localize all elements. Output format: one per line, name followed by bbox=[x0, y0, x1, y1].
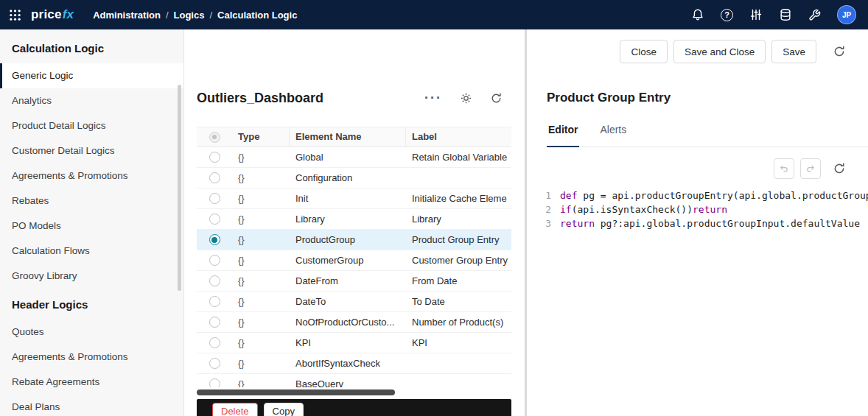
code-text: return pg?:api.global.productGroupInput.… bbox=[560, 216, 860, 230]
element-table: Type Element Name Label {}GlobalRetain G… bbox=[197, 127, 511, 387]
table-row[interactable]: {}LibraryLibrary bbox=[197, 209, 511, 230]
cell-element-name: Init bbox=[290, 188, 406, 209]
more-actions-icon[interactable]: ··· bbox=[424, 94, 442, 102]
select-all-radio[interactable] bbox=[209, 132, 220, 143]
sidebar-scrollbar-thumb[interactable] bbox=[178, 85, 181, 291]
cell-type: {} bbox=[232, 333, 290, 353]
sidebar-item-analytics[interactable]: Analytics bbox=[0, 88, 183, 113]
row-radio[interactable] bbox=[209, 317, 220, 328]
cell-type: {} bbox=[232, 271, 290, 292]
row-radio[interactable] bbox=[209, 214, 220, 225]
user-avatar[interactable]: JP bbox=[837, 5, 856, 24]
sliders-icon[interactable] bbox=[749, 8, 763, 21]
table-row[interactable]: {}DateToTo Date bbox=[197, 292, 511, 312]
horizontal-scrollbar-thumb[interactable] bbox=[197, 389, 395, 395]
redo-icon[interactable] bbox=[800, 158, 821, 179]
logic-name-title: Outliers_Dashboard bbox=[197, 90, 323, 106]
sidebar-item-product-detail-logics[interactable]: Product Detail Logics bbox=[0, 113, 183, 138]
table-row[interactable]: {}KPIKPI bbox=[197, 333, 511, 353]
radio-cell bbox=[197, 333, 232, 353]
cell-label: Customer Group Entry bbox=[406, 250, 511, 271]
table-row[interactable]: {}AbortIfSyntaxCheck bbox=[197, 353, 511, 374]
element-detail-panel: Close Save and Close Save Product Group … bbox=[527, 29, 868, 416]
column-header-type: Type bbox=[232, 127, 290, 147]
table-row[interactable]: {}ProductGroupProduct Group Entry bbox=[197, 230, 511, 250]
breadcrumb-logics[interactable]: Logics bbox=[174, 10, 205, 21]
settings-gear-icon[interactable] bbox=[460, 92, 472, 105]
table-row[interactable]: {}DateFromFrom Date bbox=[197, 271, 511, 292]
row-radio[interactable] bbox=[209, 152, 220, 163]
help-icon[interactable]: ? bbox=[721, 9, 733, 21]
sidebar-item-agreements-promotions[interactable]: Agreements & Promotions bbox=[0, 163, 183, 188]
cell-element-name: KPI bbox=[290, 333, 406, 353]
row-radio[interactable] bbox=[209, 296, 220, 307]
cell-type: {} bbox=[232, 230, 290, 250]
tab-editor[interactable]: Editor bbox=[547, 123, 579, 147]
table-row[interactable]: {}GlobalRetain Global Variable bbox=[197, 147, 511, 168]
row-radio[interactable] bbox=[209, 358, 220, 369]
sidebar-item-rebates[interactable]: Rebates bbox=[0, 188, 183, 214]
row-radio[interactable] bbox=[209, 172, 220, 183]
save-button[interactable]: Save bbox=[771, 40, 816, 63]
code-token: (api.isSyntaxCheck()) bbox=[572, 204, 693, 215]
cell-label bbox=[406, 168, 511, 188]
table-row[interactable]: {}BaseQuery bbox=[197, 374, 511, 387]
tab-alerts[interactable]: Alerts bbox=[598, 123, 628, 147]
radio-cell bbox=[197, 188, 232, 209]
radio-cell bbox=[197, 230, 232, 250]
sidebar-item-quotes[interactable]: Quotes bbox=[0, 320, 183, 345]
sidebar-item-rebate-agreements[interactable]: Rebate Agreements bbox=[0, 370, 183, 395]
cell-type: {} bbox=[232, 312, 290, 333]
row-radio[interactable] bbox=[209, 275, 220, 286]
sidebar-item-deal-plans[interactable]: Deal Plans bbox=[0, 395, 183, 416]
sidebar-item-calculation-flows[interactable]: Calculation Flows bbox=[0, 239, 183, 264]
breadcrumb-administration[interactable]: Administration bbox=[93, 10, 161, 21]
wrench-icon[interactable] bbox=[808, 9, 821, 21]
list-panel-header: Outliers_Dashboard ··· bbox=[197, 81, 511, 115]
undo-icon[interactable] bbox=[774, 158, 794, 179]
cell-type: {} bbox=[232, 374, 290, 388]
cell-type: {} bbox=[232, 209, 290, 230]
table-row[interactable]: {}NoOfProductOrCusto...Number of Product… bbox=[197, 312, 511, 333]
bell-icon[interactable] bbox=[691, 8, 704, 21]
refresh-icon[interactable] bbox=[833, 162, 846, 175]
logo-fx: fx bbox=[63, 7, 74, 21]
save-and-close-button[interactable]: Save and Close bbox=[673, 40, 766, 63]
code-editor[interactable]: 1def pg = api.productGroupEntry(api.glob… bbox=[541, 188, 868, 230]
row-radio[interactable] bbox=[209, 255, 220, 266]
database-icon[interactable] bbox=[779, 8, 792, 21]
sidebar-item-agreements-promotions[interactable]: Agreements & Promotions bbox=[0, 345, 183, 370]
top-navigation-bar: pricefx Administration / Logics / Calcul… bbox=[0, 0, 868, 29]
apps-grid-icon[interactable] bbox=[9, 9, 21, 21]
cell-label: To Date bbox=[406, 292, 511, 312]
column-header-element-name: Element Name bbox=[290, 127, 406, 147]
row-radio[interactable] bbox=[209, 234, 220, 245]
refresh-icon[interactable] bbox=[833, 45, 846, 58]
code-line: 1def pg = api.productGroupEntry(api.glob… bbox=[541, 188, 868, 202]
radio-cell bbox=[197, 292, 232, 312]
breadcrumb-calculation-logic[interactable]: Calculation Logic bbox=[217, 10, 297, 21]
row-radio[interactable] bbox=[209, 337, 220, 348]
table-row[interactable]: {}CustomerGroupCustomer Group Entry bbox=[197, 250, 511, 271]
delete-button[interactable]: Delete bbox=[212, 403, 258, 416]
cell-element-name: ProductGroup bbox=[290, 230, 406, 250]
refresh-icon[interactable] bbox=[490, 92, 503, 105]
table-horizontal-scrollbar bbox=[197, 389, 511, 396]
table-row[interactable]: {}Configuration bbox=[197, 168, 511, 188]
cell-label: KPI bbox=[406, 333, 511, 353]
cell-element-name: NoOfProductOrCusto... bbox=[290, 312, 406, 333]
close-button[interactable]: Close bbox=[620, 40, 668, 63]
cell-type: {} bbox=[232, 188, 290, 209]
cell-label bbox=[406, 374, 511, 388]
row-radio[interactable] bbox=[209, 378, 220, 387]
sidebar-item-po-models[interactable]: PO Models bbox=[0, 214, 183, 239]
sidebar-item-generic-logic[interactable]: Generic Logic bbox=[0, 63, 183, 88]
cell-type: {} bbox=[232, 147, 290, 168]
row-radio[interactable] bbox=[209, 193, 220, 204]
copy-button[interactable]: Copy bbox=[264, 403, 304, 416]
radio-cell bbox=[197, 312, 232, 333]
table-row[interactable]: {}InitInitialize Cache Eleme bbox=[197, 188, 511, 209]
sidebar-item-customer-detail-logics[interactable]: Customer Detail Logics bbox=[0, 138, 183, 163]
sidebar-item-groovy-library[interactable]: Groovy Library bbox=[0, 264, 183, 289]
element-table-body: {}GlobalRetain Global Variable{}Configur… bbox=[197, 147, 511, 387]
